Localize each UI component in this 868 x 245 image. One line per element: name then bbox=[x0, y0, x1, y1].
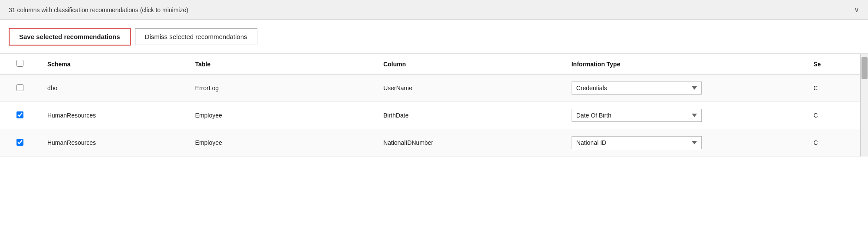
row-information-type: CredentialsDate Of BirthNational IDFinan… bbox=[565, 102, 806, 129]
row-column: BirthDate bbox=[376, 102, 565, 129]
dismiss-recommendations-button[interactable]: Dismiss selected recommendations bbox=[135, 28, 257, 45]
info-type-select-2[interactable]: CredentialsDate Of BirthNational IDFinan… bbox=[572, 136, 702, 149]
information-type-column-header: Information Type bbox=[565, 54, 806, 75]
row-checkbox-cell bbox=[0, 129, 40, 157]
row-schema: HumanResources bbox=[40, 129, 188, 157]
recommendations-table: Schema Table Column Information Type Se bbox=[0, 54, 860, 157]
sensitivity-column-header: Se bbox=[806, 54, 860, 75]
row-table: Employee bbox=[188, 129, 377, 157]
row-information-type: CredentialsDate Of BirthNational IDFinan… bbox=[565, 75, 806, 102]
scroll-thumb bbox=[861, 57, 868, 79]
row-sensitivity: C bbox=[806, 75, 860, 102]
row-checkbox-2[interactable] bbox=[16, 139, 23, 146]
info-type-select-0[interactable]: CredentialsDate Of BirthNational IDFinan… bbox=[572, 82, 702, 95]
top-bar-label: 31 columns with classification recommend… bbox=[9, 7, 188, 13]
top-bar: 31 columns with classification recommend… bbox=[0, 0, 868, 20]
row-column: NationalIDNumber bbox=[376, 129, 565, 157]
recommendations-table-wrapper: Schema Table Column Information Type Se bbox=[0, 54, 868, 157]
row-checkbox-0[interactable] bbox=[16, 84, 23, 91]
table-column-header: Table bbox=[188, 54, 377, 75]
row-checkbox-cell bbox=[0, 75, 40, 102]
row-information-type: CredentialsDate Of BirthNational IDFinan… bbox=[565, 129, 806, 157]
table-row: dboErrorLogUserNameCredentialsDate Of Bi… bbox=[0, 75, 860, 102]
row-table: ErrorLog bbox=[188, 75, 377, 102]
row-schema: dbo bbox=[40, 75, 188, 102]
row-checkbox-1[interactable] bbox=[16, 111, 23, 118]
row-column: UserName bbox=[376, 75, 565, 102]
column-column-header: Column bbox=[376, 54, 565, 75]
table-header-row: Schema Table Column Information Type Se bbox=[0, 54, 860, 75]
schema-column-header: Schema bbox=[40, 54, 188, 75]
row-sensitivity: C bbox=[806, 102, 860, 129]
table-row: HumanResourcesEmployeeBirthDateCredentia… bbox=[0, 102, 860, 129]
row-schema: HumanResources bbox=[40, 102, 188, 129]
row-sensitivity: C bbox=[806, 129, 860, 157]
select-all-checkbox[interactable] bbox=[16, 60, 23, 67]
save-recommendations-button[interactable]: Save selected recommendations bbox=[9, 28, 131, 46]
info-type-select-1[interactable]: CredentialsDate Of BirthNational IDFinan… bbox=[572, 109, 702, 122]
table-main: Schema Table Column Information Type Se bbox=[0, 54, 860, 157]
scrollbar[interactable] bbox=[860, 54, 868, 157]
select-all-header bbox=[0, 54, 40, 75]
minimize-chevron-icon[interactable]: ∨ bbox=[854, 6, 859, 14]
toolbar: Save selected recommendations Dismiss se… bbox=[0, 20, 868, 54]
row-checkbox-cell bbox=[0, 102, 40, 129]
row-table: Employee bbox=[188, 102, 377, 129]
table-row: HumanResourcesEmployeeNationalIDNumberCr… bbox=[0, 129, 860, 157]
